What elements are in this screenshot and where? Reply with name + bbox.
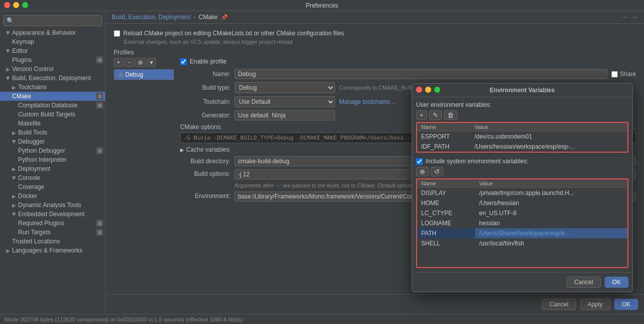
sidebar-item-debugger[interactable]: ▶ Debugger <box>0 137 105 146</box>
user-env-name-cell: ESPPORT <box>417 132 470 142</box>
close-button[interactable] <box>4 2 10 8</box>
cache-label: Cache variables <box>186 146 229 153</box>
name-label: Name: <box>180 71 230 78</box>
sidebar-item-makefile[interactable]: Makefile <box>0 119 105 128</box>
sys-env-row[interactable]: HOME /Users/hessian <box>417 198 627 208</box>
status-text: Wrote 302706 bytes (113630 compressed) a… <box>4 316 243 322</box>
env-dialog-title-bar: Environment Variables <box>412 84 632 97</box>
sidebar-item-trusted-locations[interactable]: Trusted Locations <box>0 237 105 246</box>
back-arrow[interactable]: ← <box>622 13 629 21</box>
sys-env-path-row[interactable]: PATH /Users/Shared/workspace/esp/e... <box>417 228 627 238</box>
sidebar-item-deployment[interactable]: ▶ Deployment <box>0 164 105 173</box>
generator-input[interactable] <box>234 110 335 120</box>
breadcrumb-parent[interactable]: Build, Execution, Deployment <box>112 14 191 21</box>
manage-toolchains-link[interactable]: Manage toolchains... <box>339 98 395 105</box>
delete-user-env-button[interactable]: 🗑 <box>444 110 457 120</box>
sidebar-item-embedded-dev[interactable]: ▶ Embedded Development <box>0 210 105 219</box>
env-cancel-button[interactable]: Cancel <box>567 277 600 288</box>
sidebar-item-cmake[interactable]: CMake ⚙ <box>0 92 105 101</box>
forward-arrow[interactable]: → <box>631 13 638 21</box>
add-user-env-button[interactable]: + <box>416 110 427 120</box>
sidebar-item-editor[interactable]: ▶ Editor <box>0 46 105 55</box>
ok-button[interactable]: OK <box>614 299 638 310</box>
sidebar-item-toolchains[interactable]: ▶ Toolchains <box>0 83 105 92</box>
sys-env-toolbar: ⊕ ↺ <box>416 167 628 176</box>
sidebar-item-docker[interactable]: ▶ Docker <box>0 191 105 201</box>
sidebar-item-label: Embedded Development <box>18 211 85 218</box>
remove-profile-button[interactable]: − <box>124 58 134 67</box>
sys-env-value: hessian <box>475 218 627 228</box>
build-type-select[interactable]: Debug Release RelWithDebInfo MinSizeRel <box>234 82 335 93</box>
minimize-button[interactable] <box>13 2 19 8</box>
share-label: Share <box>620 71 636 78</box>
toolchain-select[interactable]: Use Default <box>234 96 335 107</box>
user-env-label: User environment variables: <box>416 101 628 108</box>
maximize-button[interactable] <box>22 2 28 8</box>
sidebar-item-plugins[interactable]: Plugins ⚙ <box>0 55 105 64</box>
profile-menu-button[interactable]: ▾ <box>147 58 156 67</box>
copy-sys-env-button[interactable]: ⊕ <box>416 167 429 176</box>
sidebar-item-label: Languages & Frameworks <box>12 247 83 254</box>
expand-icon: ▶ <box>6 49 11 53</box>
refresh-sys-env-button[interactable]: ↺ <box>431 167 443 176</box>
sidebar-item-label: Build Tools <box>18 129 47 136</box>
expand-icon: ▶ <box>12 130 16 136</box>
env-ok-button[interactable]: OK <box>605 277 628 288</box>
sidebar-item-build-tools[interactable]: ▶ Build Tools <box>0 128 105 137</box>
copy-profile-button[interactable]: ⊕ <box>135 58 146 67</box>
reload-checkbox[interactable] <box>114 30 120 37</box>
profile-icon: ⚠ <box>118 72 123 78</box>
sidebar-item-version-control[interactable]: ▶ Version Control <box>0 64 105 74</box>
name-input[interactable] <box>234 69 607 79</box>
sys-env-row[interactable]: SHELL /usr/local/bin/fish <box>417 238 627 248</box>
sidebar-item-keymap[interactable]: Keymap <box>0 37 105 46</box>
sidebar-item-python-interpreter[interactable]: Python Interpreter <box>0 155 105 164</box>
sidebar-item-compilation-db[interactable]: Compilation Database ⚙ <box>0 101 105 110</box>
cancel-button[interactable]: Cancel <box>542 299 576 310</box>
add-profile-button[interactable]: + <box>114 58 123 67</box>
env-maximize-button[interactable] <box>434 87 440 93</box>
sys-env-table: Name Value DISPLAY /private/tmp/com.appl… <box>417 179 627 248</box>
expand-icon: ▶ <box>6 248 10 253</box>
profile-item-debug[interactable]: ⚠ Debug <box>114 70 174 80</box>
sys-env-value: /private/tmp/com.apple.launchd.H... <box>475 188 627 199</box>
apply-button[interactable]: Apply <box>580 299 610 310</box>
sys-env-name: SHELL <box>417 238 475 248</box>
env-minimize-button[interactable] <box>425 87 431 93</box>
sys-env-row[interactable]: LC_CTYPE en_US.UTF-8 <box>417 208 627 218</box>
edit-user-env-button[interactable]: ✎ <box>429 110 442 120</box>
user-env-name-header: Name <box>417 123 470 132</box>
sys-env-value: /Users/hessian <box>475 198 627 208</box>
cmake-options-label: CMake options: <box>180 123 222 131</box>
build-dir-label: Build directory: <box>180 158 230 165</box>
include-sys-env-checkbox[interactable] <box>416 158 423 165</box>
enable-profile-checkbox[interactable] <box>180 58 187 65</box>
sys-env-row[interactable]: DISPLAY /private/tmp/com.apple.launchd.H… <box>417 188 627 199</box>
badge: ⚙ <box>96 220 103 227</box>
sidebar-item-label: Compilation Database <box>18 102 77 109</box>
share-checkbox[interactable] <box>611 71 618 78</box>
sidebar-item-dynamic-analysis[interactable]: ▶ Dynamic Analysis Tools <box>0 201 105 210</box>
sys-env-row[interactable]: LOGNAME hessian <box>417 218 627 228</box>
user-env-row[interactable]: IDF_PATH /Users/hessian/workspace/esp/es… <box>417 142 627 152</box>
reload-checkbox-row: Reload CMake project on editing CMakeLis… <box>114 30 636 37</box>
user-env-row[interactable]: ESPPORT /dev/cu.usbmodem01 <box>417 132 627 142</box>
sidebar-item-console[interactable]: ▶ Console <box>0 173 105 182</box>
sidebar-item-label: Run Targets <box>18 229 50 236</box>
sidebar-item-label: Python Interpreter <box>18 156 66 163</box>
sidebar-item-appearance[interactable]: ▶ Appearance & Behavior <box>0 28 105 37</box>
env-close-button[interactable] <box>416 87 422 93</box>
sys-env-name: PATH <box>417 228 475 238</box>
sidebar-item-build-exec[interactable]: ▶ Build, Execution, Deployment <box>0 74 105 83</box>
sidebar-item-coverage[interactable]: Coverage <box>0 182 105 191</box>
user-env-toolbar: + ✎ 🗑 <box>416 110 628 120</box>
user-env-table-container: Name Value ESPPORT /dev/cu.usbmodem01 ID… <box>416 122 628 153</box>
sidebar-item-languages-frameworks[interactable]: ▶ Languages & Frameworks <box>0 246 105 255</box>
sidebar-item-required-plugins[interactable]: Required Plugins ⚙ <box>0 219 105 228</box>
sidebar-item-label: Required Plugins <box>18 220 64 227</box>
sidebar-item-run-targets[interactable]: Run Targets ⚙ <box>0 228 105 237</box>
expand-icon: ▶ <box>12 203 16 208</box>
sidebar-item-python-debugger[interactable]: Python Debugger ⚙ <box>0 146 105 155</box>
sidebar-search-input[interactable] <box>3 15 102 26</box>
sidebar-item-custom-build[interactable]: Custom Build Targets <box>0 110 105 119</box>
